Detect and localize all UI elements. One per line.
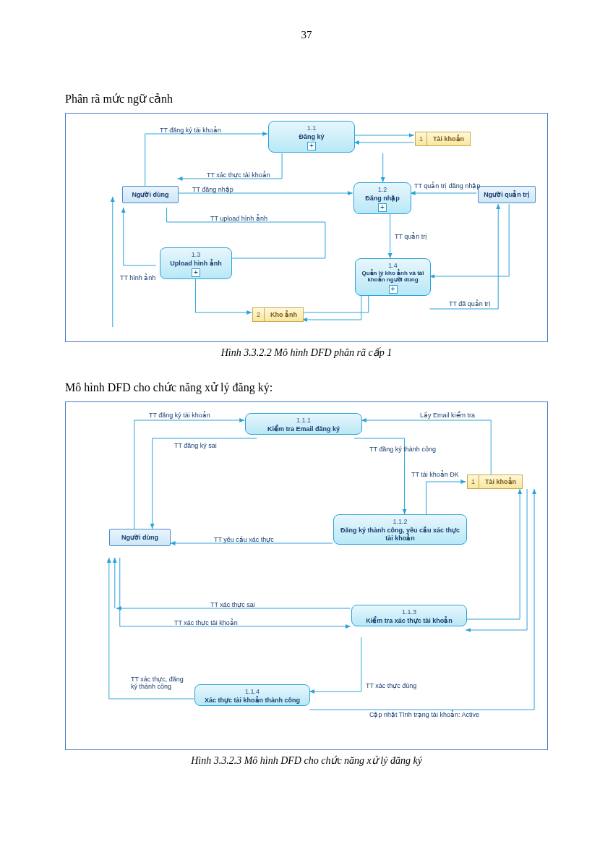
flow-label: TT yêu cầu xác thực	[214, 536, 274, 543]
flow-label: Cập nhật Tình trạng tài khoản: Active	[369, 711, 479, 718]
datastore-account: 1Tài khoản	[467, 475, 523, 489]
flow-label: TT đăng nhập	[192, 186, 233, 193]
flow-label: TT đăng ký thành công	[369, 446, 436, 453]
process-auth-success: 1.1.4 Xác thực tài khoản thành công	[194, 684, 310, 706]
flow-label: TT đã quản trị	[449, 300, 491, 307]
flow-label: TT hình ảnh	[120, 274, 155, 281]
flow-label: TT tài khoản ĐK	[411, 471, 459, 478]
flow-label: TT đăng ký tài khoản	[149, 412, 210, 419]
caption-diagram-1: Hình 3.3.2.2 Mô hình DFD phân rã cấp 1	[65, 346, 548, 359]
dfd-diagram-2: Người dùng 1.1.1 Kiểm tra Email đăng ký …	[65, 401, 548, 750]
flow-label: TT quản trị	[395, 233, 427, 240]
datastore-images: 2Kho ảnh	[252, 307, 304, 322]
page-number: 37	[65, 29, 548, 41]
caption-diagram-2: Hình 3.3.2.3 Mô hình DFD cho chức năng x…	[65, 754, 548, 767]
flow-label: TT xác thực đúng	[366, 682, 416, 689]
process-check-email: 1.1.1 Kiểm tra Email đăng ký	[245, 413, 362, 435]
flow-label: TT xác thực, đăng ký thành công	[131, 676, 189, 690]
process-reg-success: 1.1.2 Đăng ký thành công, yêu cầu xác th…	[333, 514, 467, 545]
expand-icon: +	[192, 268, 200, 277]
heading-section-1: Phân rã mức ngữ cảnh	[65, 92, 548, 106]
process-upload: 1.3 Upload hình ảnh +	[160, 247, 232, 279]
datastore-account: 1Tài khoản	[415, 132, 471, 146]
flow-label: Lấy Email kiểm tra	[420, 412, 475, 419]
dfd-diagram-1: Người dùng Người quản trị 1.1 Đăng ký + …	[65, 113, 548, 342]
expand-icon: +	[307, 142, 316, 150]
flow-label: TT xác thực tài khoản	[207, 171, 270, 179]
flow-label: TT đăng ký sai	[174, 442, 217, 449]
expand-icon: +	[389, 285, 398, 294]
process-register: 1.1 Đăng ký +	[268, 121, 355, 153]
flow-label: TT quản trị đăng nhập	[414, 182, 480, 190]
entity-user: Người dùng	[122, 186, 179, 203]
flow-label: TT xác thực tài khoản	[174, 619, 238, 626]
flow-label: TT đăng ký tài khoản	[160, 127, 221, 134]
expand-icon: +	[378, 203, 387, 212]
entity-admin: Người quản trị	[478, 186, 536, 203]
process-check-auth: 1.1.3 Kiểm tra xác thực tài khoản	[351, 605, 467, 626]
heading-section-2: Mô hình DFD cho chức năng xử lý đăng ký:	[65, 380, 548, 394]
flow-label: TT xác thực sai	[210, 601, 255, 608]
flow-label: TT upload hình ảnh	[210, 215, 267, 222]
process-login: 1.2 Đăng nhập +	[353, 182, 411, 214]
process-manage: 1.4 Quản lý kho ảnh và tài khoản người d…	[355, 258, 431, 296]
entity-user: Người dùng	[109, 529, 171, 546]
